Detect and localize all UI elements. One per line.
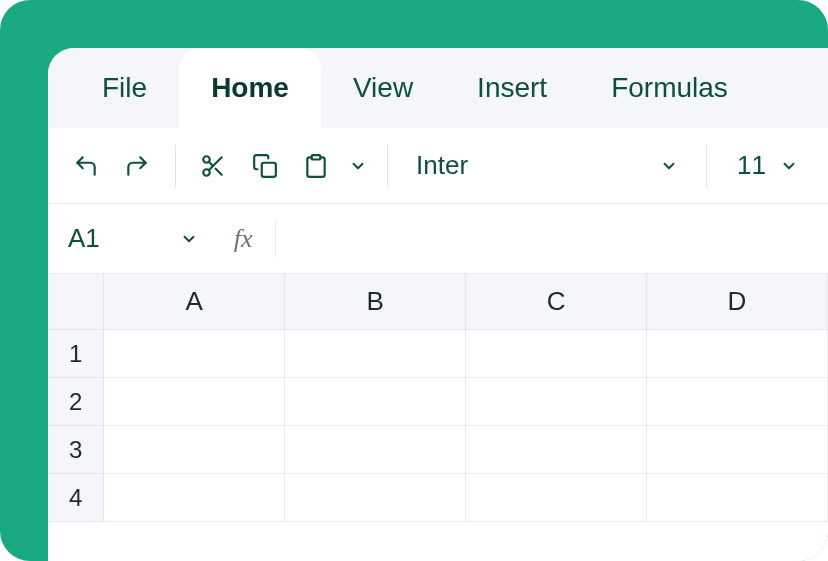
table-row: 2 (48, 378, 828, 426)
undo-button[interactable] (62, 142, 109, 190)
copy-icon (252, 153, 278, 179)
toolbar-separator (387, 145, 388, 187)
svg-line-4 (209, 161, 213, 165)
svg-rect-5 (261, 162, 275, 176)
table-row: 4 (48, 474, 828, 522)
cut-button[interactable] (190, 142, 237, 190)
name-box[interactable]: A1 (62, 215, 198, 263)
cell-d4[interactable] (647, 474, 828, 522)
scissors-icon (200, 153, 226, 179)
cell-b4[interactable] (285, 474, 466, 522)
copy-button[interactable] (241, 142, 288, 190)
tab-formulas[interactable]: Formulas (579, 48, 760, 128)
cell-c2[interactable] (466, 378, 647, 426)
cell-b1[interactable] (285, 330, 466, 378)
column-header-a[interactable]: A (104, 274, 285, 330)
clipboard-icon (303, 153, 329, 179)
row-header-2[interactable]: 2 (48, 378, 104, 426)
chevron-down-icon (780, 157, 798, 175)
toolbar: Inter 11 (48, 128, 828, 204)
font-size-value: 11 (737, 150, 766, 181)
row-header-1[interactable]: 1 (48, 330, 104, 378)
column-header-d[interactable]: D (647, 274, 828, 330)
cell-a4[interactable] (104, 474, 285, 522)
app-window-frame: File Home View Insert Formulas (0, 0, 828, 561)
select-all-corner[interactable] (48, 274, 104, 330)
redo-button[interactable] (113, 142, 160, 190)
chevron-down-icon (349, 157, 367, 175)
undo-icon (73, 153, 99, 179)
paste-button[interactable] (292, 142, 339, 190)
fx-label: fx (234, 224, 253, 254)
ribbon-tabs: File Home View Insert Formulas (48, 48, 828, 128)
cell-b2[interactable] (285, 378, 466, 426)
cell-d3[interactable] (647, 426, 828, 474)
font-family-value: Inter (416, 150, 468, 181)
cell-a1[interactable] (104, 330, 285, 378)
tab-home[interactable]: Home (179, 48, 321, 128)
table-row: 3 (48, 426, 828, 474)
cell-c3[interactable] (466, 426, 647, 474)
cell-b3[interactable] (285, 426, 466, 474)
chevron-down-icon (180, 230, 198, 248)
paste-options-button[interactable] (344, 142, 374, 190)
font-size-select[interactable]: 11 (721, 142, 814, 190)
cell-a3[interactable] (104, 426, 285, 474)
spreadsheet-app: File Home View Insert Formulas (48, 48, 828, 561)
toolbar-separator (175, 145, 176, 187)
column-header-b[interactable]: B (285, 274, 466, 330)
cell-c4[interactable] (466, 474, 647, 522)
cell-c1[interactable] (466, 330, 647, 378)
formula-separator (275, 221, 276, 257)
column-header-c[interactable]: C (466, 274, 647, 330)
svg-line-3 (216, 168, 222, 174)
cell-d1[interactable] (647, 330, 828, 378)
formula-bar: A1 fx (48, 204, 828, 274)
svg-rect-6 (312, 155, 321, 159)
font-family-select[interactable]: Inter (402, 142, 692, 190)
tab-file[interactable]: File (70, 48, 179, 128)
column-header-row: A B C D (48, 274, 828, 330)
row-header-4[interactable]: 4 (48, 474, 104, 522)
tab-insert[interactable]: Insert (445, 48, 579, 128)
tab-view[interactable]: View (321, 48, 445, 128)
formula-input[interactable] (298, 215, 814, 263)
toolbar-separator (706, 145, 707, 187)
spreadsheet-grid: A B C D 1 2 3 (48, 274, 828, 561)
row-header-3[interactable]: 3 (48, 426, 104, 474)
chevron-down-icon (660, 157, 678, 175)
cell-a2[interactable] (104, 378, 285, 426)
cell-reference: A1 (68, 223, 100, 254)
redo-icon (124, 153, 150, 179)
table-row: 1 (48, 330, 828, 378)
cell-d2[interactable] (647, 378, 828, 426)
